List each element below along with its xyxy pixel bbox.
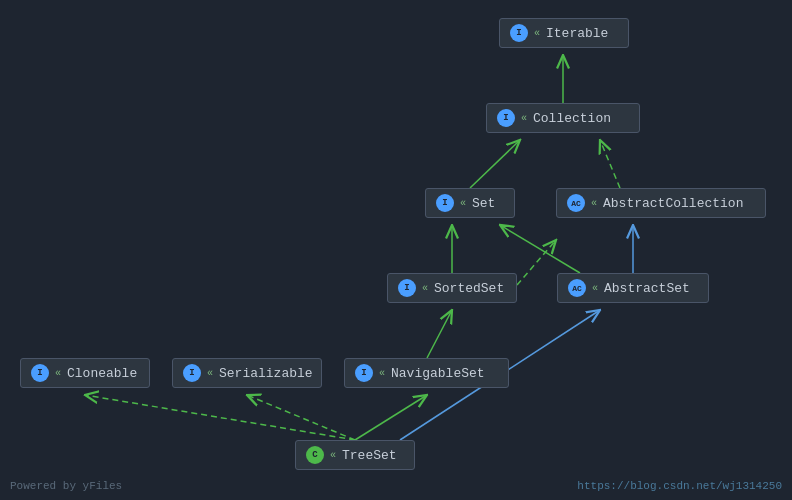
collection-symbol: « [521,113,527,124]
svg-line-10 [355,395,427,440]
treeset-label: TreeSet [342,448,397,463]
node-abstract-collection: AC « AbstractCollection [556,188,766,218]
svg-line-8 [85,395,355,440]
cloneable-label: Cloneable [67,366,137,381]
navigable-set-icon: I [355,364,373,382]
sorted-set-icon: I [398,279,416,297]
node-set: I « Set [425,188,515,218]
serializable-label: Serializable [219,366,313,381]
node-serializable: I « Serializable [172,358,322,388]
iterable-label: Iterable [546,26,608,41]
collection-icon: I [497,109,515,127]
svg-line-9 [247,395,355,440]
node-navigable-set: I « NavigableSet [344,358,509,388]
set-symbol: « [460,198,466,209]
node-abstract-set: AC « AbstractSet [557,273,709,303]
svg-line-5 [500,225,580,273]
svg-line-2 [600,140,620,188]
node-iterable: I « Iterable [499,18,629,48]
abstract-set-symbol: « [592,283,598,294]
svg-line-7 [427,310,452,358]
footer-left: Powered by yFiles [10,480,122,492]
sorted-set-label: SortedSet [434,281,504,296]
serializable-symbol: « [207,368,213,379]
cloneable-icon: I [31,364,49,382]
set-icon: I [436,194,454,212]
abstract-collection-label: AbstractCollection [603,196,743,211]
navigable-set-symbol: « [379,368,385,379]
diagram-container: I « Iterable I « Collection I « Set AC «… [0,0,792,500]
node-treeset: C « TreeSet [295,440,415,470]
set-label: Set [472,196,495,211]
node-collection: I « Collection [486,103,640,133]
iterable-symbol: « [534,28,540,39]
sorted-set-symbol: « [422,283,428,294]
node-sorted-set: I « SortedSet [387,273,517,303]
abstract-collection-icon: AC [567,194,585,212]
treeset-symbol: « [330,450,336,461]
cloneable-symbol: « [55,368,61,379]
abstract-set-icon: AC [568,279,586,297]
treeset-icon: C [306,446,324,464]
navigable-set-label: NavigableSet [391,366,485,381]
footer-right: https://blog.csdn.net/wj1314250 [577,480,782,492]
collection-label: Collection [533,111,611,126]
serializable-icon: I [183,364,201,382]
arrows-svg [0,0,792,500]
abstract-collection-symbol: « [591,198,597,209]
node-cloneable: I « Cloneable [20,358,150,388]
svg-line-1 [470,140,520,188]
abstract-set-label: AbstractSet [604,281,690,296]
iterable-icon: I [510,24,528,42]
svg-line-4 [517,240,556,285]
